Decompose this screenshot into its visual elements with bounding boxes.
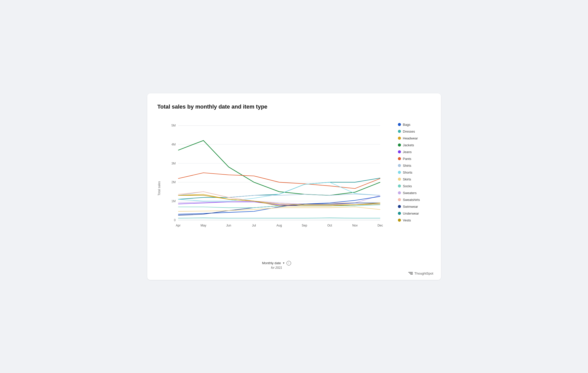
- legend-label-socks: Socks: [403, 184, 412, 188]
- legend-label-skirts: Skirts: [403, 177, 411, 181]
- main-svg: 5M 4M 3M 2M 1M 0 Apr May Jun Jul Aug Sep…: [163, 118, 390, 259]
- svg-text:Apr: Apr: [176, 224, 180, 227]
- legend-item-underwear: Underwear: [398, 212, 431, 215]
- legend-label-vests: Vests: [403, 218, 411, 222]
- legend-dot-underwear: [398, 212, 401, 215]
- legend-label-underwear: Underwear: [403, 212, 419, 215]
- x-axis-label: Monthly date: [262, 261, 281, 265]
- chart-body: 5M 4M 3M 2M 1M 0 Apr May Jun Jul Aug Sep…: [163, 118, 390, 270]
- svg-text:Sep: Sep: [302, 224, 307, 227]
- legend-label-sweaters: Sweaters: [403, 191, 417, 195]
- svg-text:3M: 3M: [171, 161, 176, 165]
- legend-item-jackets: Jackets: [398, 143, 431, 147]
- legend-item-sweatshirts: Sweatshirts: [398, 198, 431, 202]
- legend-item-shorts: Shorts: [398, 171, 431, 174]
- svg-text:1M: 1M: [171, 199, 176, 203]
- svg-text:Aug: Aug: [276, 224, 282, 227]
- ts-bar-3: [410, 274, 413, 275]
- legend-dot-sweatshirts: [398, 198, 401, 201]
- legend-item-shirts: Shirts: [398, 164, 431, 168]
- svg-text:5M: 5M: [171, 124, 176, 127]
- legend-item-dresses: Dresses: [398, 130, 431, 133]
- y-axis-label: Total sales: [157, 181, 161, 196]
- legend-label-dresses: Dresses: [403, 130, 415, 133]
- legend-dot-vests: [398, 219, 401, 222]
- legend-item-vests: Vests: [398, 218, 431, 222]
- thoughtspot-logo: ThoughtSpot: [408, 272, 433, 275]
- chart-card: Total sales by monthly date and item typ…: [147, 93, 441, 280]
- svg-text:4M: 4M: [171, 142, 176, 146]
- legend-item-skirts: Skirts: [398, 177, 431, 181]
- sort-icon[interactable]: ↑: [287, 261, 291, 265]
- svg-text:2M: 2M: [171, 180, 176, 184]
- legend-dot-pants: [398, 157, 401, 160]
- svg-text:Jul: Jul: [252, 224, 256, 227]
- legend-label-sweatshirts: Sweatshirts: [403, 198, 420, 202]
- legend-label-jeans: Jeans: [403, 150, 412, 154]
- legend-dot-dresses: [398, 130, 401, 133]
- legend-dot-bags: [398, 123, 401, 126]
- legend-item-headwear: Headwear: [398, 136, 431, 140]
- legend-item-sweaters: Sweaters: [398, 191, 431, 195]
- x-axis-sub: for 2021: [271, 266, 282, 270]
- svg-text:Dec: Dec: [377, 224, 383, 227]
- legend: BagsDressesHeadwearJacketsJeansPantsShir…: [398, 118, 431, 222]
- thoughtspot-text: ThoughtSpot: [414, 272, 433, 275]
- legend-label-jackets: Jackets: [403, 143, 414, 147]
- legend-label-shorts: Shorts: [403, 171, 413, 174]
- legend-dot-shorts: [398, 171, 401, 174]
- svg-text:Nov: Nov: [352, 224, 358, 227]
- x-axis-label-row: Monthly date ▼ ↑: [262, 261, 291, 265]
- svg-text:Oct: Oct: [327, 224, 332, 227]
- legend-label-shirts: Shirts: [403, 164, 411, 168]
- svg-text:0: 0: [174, 218, 176, 222]
- chart-title: Total sales by monthly date and item typ…: [157, 103, 431, 110]
- svg-text:Jun: Jun: [226, 224, 231, 227]
- legend-dot-swimwear: [398, 205, 401, 208]
- legend-item-bags: Bags: [398, 123, 431, 127]
- ts-bar-1: [408, 272, 413, 273]
- legend-item-socks: Socks: [398, 184, 431, 188]
- svg-container: 5M 4M 3M 2M 1M 0 Apr May Jun Jul Aug Sep…: [163, 118, 390, 259]
- legend-dot-sweaters: [398, 191, 401, 194]
- ts-bar-2: [409, 273, 413, 274]
- legend-item-swimwear: Swimwear: [398, 205, 431, 209]
- chart-area: Total sales 5M 4M 3M 2M: [157, 118, 431, 270]
- legend-dot-skirts: [398, 178, 401, 181]
- legend-dot-socks: [398, 184, 401, 188]
- dropdown-arrow-icon[interactable]: ▼: [282, 262, 285, 264]
- legend-dot-jackets: [398, 143, 401, 147]
- legend-dot-headwear: [398, 137, 401, 140]
- legend-label-pants: Pants: [403, 157, 411, 161]
- legend-label-bags: Bags: [403, 123, 411, 127]
- legend-dot-shirts: [398, 164, 401, 167]
- legend-label-headwear: Headwear: [403, 136, 418, 140]
- legend-dot-jeans: [398, 150, 401, 153]
- svg-text:May: May: [200, 224, 206, 227]
- legend-item-pants: Pants: [398, 157, 431, 161]
- legend-item-jeans: Jeans: [398, 150, 431, 154]
- legend-label-swimwear: Swimwear: [403, 205, 418, 209]
- thoughtspot-icon: [408, 272, 413, 275]
- x-axis-footer: Monthly date ▼ ↑ for 2021: [163, 261, 390, 270]
